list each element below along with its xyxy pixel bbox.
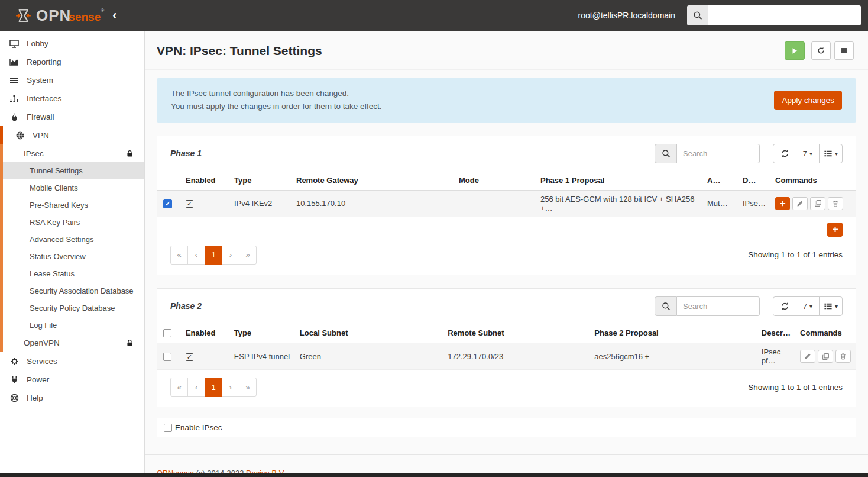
sidebar-item-firewall[interactable]: Firewall bbox=[0, 108, 144, 126]
clone-button[interactable] bbox=[810, 197, 825, 210]
search-icon bbox=[655, 144, 677, 163]
phase1-title: Phase 1 bbox=[170, 149, 202, 158]
pagination-prev-button[interactable]: ‹ bbox=[187, 378, 205, 397]
sidebar-item-lease-status[interactable]: Lease Status bbox=[3, 265, 144, 282]
sidebar-item-openvpn[interactable]: OpenVPN bbox=[3, 334, 144, 352]
area-chart-icon bbox=[9, 57, 20, 67]
sidebar-item-pre-shared-keys[interactable]: Pre-Shared Keys bbox=[3, 196, 144, 214]
phase1-refresh-button[interactable] bbox=[773, 144, 796, 163]
delete-button[interactable] bbox=[828, 197, 843, 210]
phase1-col-remote-gateway[interactable]: Remote Gateway bbox=[292, 170, 454, 191]
opnsense-footer-link[interactable]: OPNsense bbox=[157, 469, 194, 473]
edit-button[interactable] bbox=[800, 350, 815, 363]
apply-changes-button[interactable]: Apply changes bbox=[774, 91, 842, 110]
phase2-col-local-subnet[interactable]: Local Subnet bbox=[295, 323, 443, 343]
phase1-col-type[interactable]: Type bbox=[229, 170, 292, 191]
add-phase2-button[interactable] bbox=[775, 197, 790, 210]
restart-service-button[interactable] bbox=[811, 41, 831, 60]
pagination-last-button[interactable]: » bbox=[239, 378, 257, 397]
phase1-row-proposal: 256 bit AES-GCM with 128 bit ICV + SHA25… bbox=[536, 190, 702, 217]
add-phase1-button[interactable] bbox=[827, 223, 843, 237]
sidebar-item-security-association-database[interactable]: Security Association Database bbox=[3, 282, 144, 299]
pencil-icon bbox=[804, 353, 811, 360]
global-search-input[interactable] bbox=[708, 5, 861, 25]
opnsense-logo[interactable]: OPNsense® ‹ bbox=[0, 8, 118, 24]
pagination-page-1-button[interactable]: 1 bbox=[205, 378, 222, 397]
sidebar-item-help[interactable]: Help bbox=[0, 389, 144, 407]
sidebar-item-vpn[interactable]: VPN bbox=[9, 126, 144, 144]
globe-icon bbox=[15, 131, 25, 140]
phase1-col-proposal[interactable]: Phase 1 Proposal bbox=[536, 170, 702, 191]
phase1-col-enabled[interactable]: Enabled bbox=[181, 170, 229, 191]
desktop-icon bbox=[9, 39, 20, 49]
phase2-refresh-button[interactable] bbox=[773, 296, 796, 316]
phase2-row-type: ESP IPv4 tunnel bbox=[229, 343, 295, 370]
sidebar-item-reporting[interactable]: Reporting bbox=[0, 53, 144, 71]
sidebar-item-ipsec[interactable]: IPsec bbox=[3, 144, 144, 162]
start-service-button[interactable] bbox=[785, 41, 805, 60]
columns-icon bbox=[824, 302, 833, 311]
sidebar-item-security-policy-database[interactable]: Security Policy Database bbox=[3, 299, 144, 317]
sidebar-item-label: Firewall bbox=[27, 112, 54, 121]
phase2-col-type[interactable]: Type bbox=[229, 323, 295, 343]
sidebar-item-interfaces[interactable]: Interfaces bbox=[0, 89, 144, 108]
sidebar-item-log-file[interactable]: Log File bbox=[3, 317, 144, 334]
lock-icon bbox=[126, 339, 134, 347]
phase2-columns-dropdown[interactable]: ▾ bbox=[819, 296, 843, 316]
pagination-last-button[interactable]: » bbox=[239, 246, 257, 265]
sidebar-item-status-overview[interactable]: Status Overview bbox=[3, 248, 144, 265]
sidebar-item-system[interactable]: System bbox=[0, 71, 144, 89]
pagination-page-1-button[interactable]: 1 bbox=[205, 246, 222, 265]
stop-service-button[interactable] bbox=[834, 41, 854, 60]
footer-copyright: (c) 2014-2022 bbox=[196, 469, 244, 473]
clone-button[interactable] bbox=[818, 350, 833, 363]
stop-icon bbox=[840, 47, 848, 54]
page-size-value: 7 bbox=[803, 302, 807, 311]
copy-icon bbox=[814, 199, 822, 207]
row-select-checkbox[interactable]: ✓ bbox=[163, 199, 172, 208]
phase1-search-input[interactable] bbox=[677, 144, 760, 163]
enable-ipsec-checkbox[interactable] bbox=[164, 424, 172, 432]
phase1-select-all-header bbox=[157, 170, 181, 191]
sidebar-item-advanced-settings[interactable]: Advanced Settings bbox=[3, 231, 144, 248]
phase2-col-remote-subnet[interactable]: Remote Subnet bbox=[443, 323, 590, 343]
brand-text: OPNsense® bbox=[36, 8, 104, 23]
sidebar-item-power[interactable]: Power bbox=[0, 370, 144, 389]
select-all-checkbox[interactable] bbox=[163, 329, 171, 337]
phase1-col-description[interactable]: D… bbox=[738, 170, 770, 191]
deciso-footer-link[interactable]: Deciso B.V. bbox=[246, 469, 286, 473]
refresh-icon bbox=[780, 302, 789, 311]
phase2-page-size-dropdown[interactable]: 7 ▾ bbox=[796, 296, 820, 316]
search-icon bbox=[655, 296, 677, 316]
phase2-col-description[interactable]: Descr… bbox=[757, 323, 795, 343]
pagination-next-button[interactable]: › bbox=[222, 378, 239, 397]
edit-button[interactable] bbox=[792, 197, 808, 210]
sidebar-item-rsa-key-pairs[interactable]: RSA Key Pairs bbox=[3, 214, 144, 231]
pagination-first-button[interactable]: « bbox=[170, 378, 188, 397]
phase2-col-enabled[interactable]: Enabled bbox=[181, 323, 229, 343]
phase1-page-size-dropdown[interactable]: 7 ▾ bbox=[796, 144, 820, 163]
global-search bbox=[687, 5, 861, 25]
pagination-prev-button[interactable]: ‹ bbox=[187, 246, 205, 265]
page-title: VPN: IPsec: Tunnel Settings bbox=[157, 44, 322, 58]
sidebar-item-label: Mobile Clients bbox=[30, 183, 78, 192]
phase1-columns-dropdown[interactable]: ▾ bbox=[819, 144, 843, 163]
copy-icon bbox=[822, 353, 830, 360]
pagination-first-button[interactable]: « bbox=[170, 246, 188, 265]
delete-button[interactable] bbox=[835, 350, 851, 363]
alert-message-line2: You must apply the changes in order for … bbox=[171, 100, 381, 113]
sidebar-collapse-chevron-icon[interactable]: ‹ bbox=[112, 9, 116, 22]
sidebar-item-services[interactable]: Services bbox=[0, 352, 144, 370]
row-select-checkbox[interactable] bbox=[163, 353, 171, 361]
sidebar-item-mobile-clients[interactable]: Mobile Clients bbox=[3, 179, 144, 196]
phase1-col-auth[interactable]: A… bbox=[702, 170, 738, 191]
phase2-col-commands: Commands bbox=[795, 323, 856, 343]
pagination-next-button[interactable]: › bbox=[222, 246, 239, 265]
sidebar-item-tunnel-settings[interactable]: Tunnel Settings bbox=[3, 162, 144, 179]
phase2-search-input[interactable] bbox=[677, 296, 760, 316]
sidebar-item-lobby[interactable]: Lobby bbox=[0, 34, 144, 53]
sidebar: Lobby Reporting System Interfaces Firewa… bbox=[0, 31, 145, 473]
phase1-table-row: ✓ ✓ IPv4 IKEv2 10.155.170.10 256 bit AES… bbox=[157, 190, 856, 217]
phase1-col-mode[interactable]: Mode bbox=[454, 170, 536, 191]
phase2-col-proposal[interactable]: Phase 2 Proposal bbox=[590, 323, 756, 343]
